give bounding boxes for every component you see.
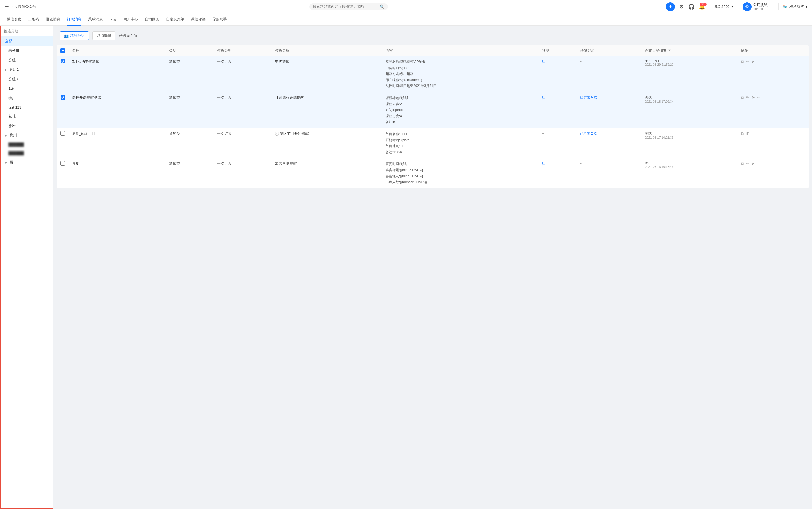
sidebar-item-label: 1级 — [8, 86, 14, 91]
sidebar-search-input[interactable] — [4, 29, 51, 33]
menu-icon[interactable]: ☰ — [4, 4, 9, 10]
navtab-auto-reply[interactable]: 自动回复 — [145, 13, 159, 26]
sidebar-item-huahua[interactable]: 花花 — [1, 111, 53, 121]
th-template-name: 模板名称 — [272, 45, 382, 56]
copy-icon[interactable]: ⧉ — [741, 95, 744, 100]
sidebar-item-icollect[interactable]: i集 — [1, 93, 53, 103]
sidebar-item-ungrouped[interactable]: 未分组 — [1, 46, 53, 55]
sidebar-item-hangzhou[interactable]: ▶ 杭州 — [1, 131, 53, 140]
navtab-qrcode[interactable]: 二维码 — [28, 13, 39, 26]
table-row: 3月活动中奖通知 通知类 一次订阅 中奖通知 奖品名称:腾讯视频VIP年卡 中奖… — [57, 56, 809, 92]
send-icon[interactable]: ➤ — [751, 161, 755, 166]
gear-button[interactable]: ⚙ — [679, 4, 684, 10]
store-selector[interactable]: 🏪 梓洋商贸 ▾ — [783, 4, 808, 9]
sidebar-item-level1[interactable]: 1级 — [1, 84, 53, 93]
preview-link-1[interactable]: 照 — [542, 59, 546, 64]
more-icon[interactable]: ··· — [757, 59, 760, 64]
back-button[interactable]: ‹ < 微信公众号 — [12, 4, 36, 9]
navtab-menu-msg[interactable]: 菜单消息 — [88, 13, 103, 26]
content-line: 兑换时间:即日起至2021年3月31日 — [385, 83, 535, 89]
sidebar-item-label: 未分组 — [8, 48, 19, 53]
navtab-merchant[interactable]: 商户中心 — [123, 13, 138, 26]
row-checkbox-4[interactable] — [61, 161, 65, 166]
th-preview: 预览 — [539, 45, 577, 56]
divider2 — [738, 3, 738, 10]
store-label: 梓洋商贸 — [789, 4, 804, 9]
navtab-coupon[interactable]: 卡券 — [110, 13, 117, 26]
sidebar-item-snow[interactable]: ▶ 雪 — [1, 158, 53, 167]
sidebar-item-label: ██████ — [8, 142, 24, 146]
sidebar-search[interactable]: 🔍 — [1, 26, 53, 36]
search-input[interactable] — [313, 4, 378, 9]
preview-link-2[interactable]: 照 — [542, 95, 546, 100]
creator-time-3: 2021-03-17 16:21:33 — [645, 136, 734, 139]
copy-icon[interactable]: ⧉ — [741, 59, 744, 64]
sidebar-item-label: 花花 — [8, 114, 16, 119]
th-checkbox — [57, 45, 69, 56]
sidebar-item-test123[interactable]: test 123 — [1, 103, 53, 111]
send-icon[interactable]: ➤ — [751, 95, 755, 100]
content-line: 喜宴时间:测试 — [385, 161, 535, 167]
td-name: 喜宴 — [69, 158, 166, 188]
send-icon[interactable]: ➤ — [751, 59, 755, 64]
account-selector[interactable]: 总部1202 ▾ — [714, 4, 733, 9]
plus-button[interactable]: + — [666, 2, 675, 11]
copy-icon[interactable]: ⧉ — [741, 131, 744, 136]
sidebar-item-group3[interactable]: 分组3 — [1, 74, 53, 84]
content-line: 用户昵称:${nickName!""} — [385, 77, 535, 83]
edit-icon[interactable]: ✏ — [746, 161, 749, 166]
td-type: 通知类 — [166, 56, 214, 92]
navtab-guide[interactable]: 导购助手 — [212, 13, 227, 26]
send-record-3[interactable]: 已群发 2 次 — [580, 131, 597, 135]
th-content: 内容 — [382, 45, 539, 56]
td-template-name: ℹ 景区节目开始提醒 — [272, 128, 382, 158]
td-creator: 测试 2021-03-17 16:21:33 — [642, 128, 737, 158]
td-preview: 照 — [539, 92, 577, 128]
sidebar-item-blurred1[interactable]: ██████ — [1, 140, 53, 149]
creator-name-4: test — [645, 161, 734, 165]
row-checkbox-3[interactable] — [61, 131, 65, 136]
edit-icon[interactable]: ✏ — [746, 59, 749, 64]
copy-icon[interactable]: ⧉ — [741, 161, 744, 166]
move-to-group-label: 移到分组 — [70, 33, 85, 38]
sidebar-item-group2[interactable]: ▶ 分组2 — [1, 65, 53, 74]
send-record-2[interactable]: 已群发 6 次 — [580, 95, 597, 99]
navtab-weixin-qunfa[interactable]: 微信群发 — [7, 13, 21, 26]
user-profile[interactable]: 公 公用测试111 TID: 31 — [743, 2, 774, 11]
move-to-group-button[interactable]: 👥 移到分组 — [60, 31, 89, 40]
preview-link-4[interactable]: 照 — [542, 161, 546, 166]
navtab-tags[interactable]: 微信标签 — [191, 13, 206, 26]
sidebar-item-yaya[interactable]: 雅雅 — [1, 121, 53, 131]
creator-time-4: 2021-03-16 16:13:46 — [645, 165, 734, 168]
select-all-checkbox[interactable] — [61, 48, 65, 53]
row-checkbox-1[interactable] — [61, 59, 65, 64]
td-template-name: 订阅课程开课提醒 — [272, 92, 382, 128]
send-record-1: -- — [580, 59, 583, 63]
navtab-subscribe-msg[interactable]: 订阅消息 — [67, 13, 82, 26]
td-actions: ⧉ ✏ ➤ ··· — [738, 92, 809, 128]
more-icon[interactable]: ··· — [757, 95, 760, 100]
navtab-custom-menu[interactable]: 自定义菜单 — [166, 13, 184, 26]
row-checkbox-2[interactable] — [61, 95, 65, 100]
sidebar-item-all[interactable]: 全部 — [1, 36, 53, 46]
search-bar[interactable]: 🔍 — [309, 3, 388, 10]
sidebar-item-group1[interactable]: 分组1 — [1, 55, 53, 65]
creator-name-2: 测试 — [645, 95, 734, 100]
content-line: 开始时间:${date} — [385, 137, 535, 143]
username: 公用测试111 — [753, 2, 774, 7]
topbar-right: + ⚙ 🎧 🔔 99+ 总部1202 ▾ 公 公用测试111 TID: 31 🏪… — [666, 2, 808, 11]
td-template-type: 一次订阅 — [214, 56, 271, 92]
navtab-template-msg[interactable]: 模板消息 — [45, 13, 60, 26]
divider3 — [778, 3, 779, 10]
content-area: 👥 移到分组 取消选择 已选择 2 项 名称 类型 模板类型 — [53, 26, 812, 509]
account-dropdown-icon: ▾ — [731, 4, 733, 9]
delete-icon[interactable]: 🗑 — [746, 131, 750, 136]
headset-button[interactable]: 🎧 — [688, 4, 694, 10]
expand-icon2: ▶ — [5, 134, 7, 137]
edit-icon[interactable]: ✏ — [746, 95, 749, 100]
bell-button[interactable]: 🔔 99+ — [699, 4, 705, 10]
cancel-select-button[interactable]: 取消选择 — [92, 31, 115, 40]
th-template-type: 模板类型 — [214, 45, 271, 56]
more-icon[interactable]: ··· — [757, 161, 760, 166]
sidebar-item-blurred2[interactable]: ██████ — [1, 149, 53, 158]
